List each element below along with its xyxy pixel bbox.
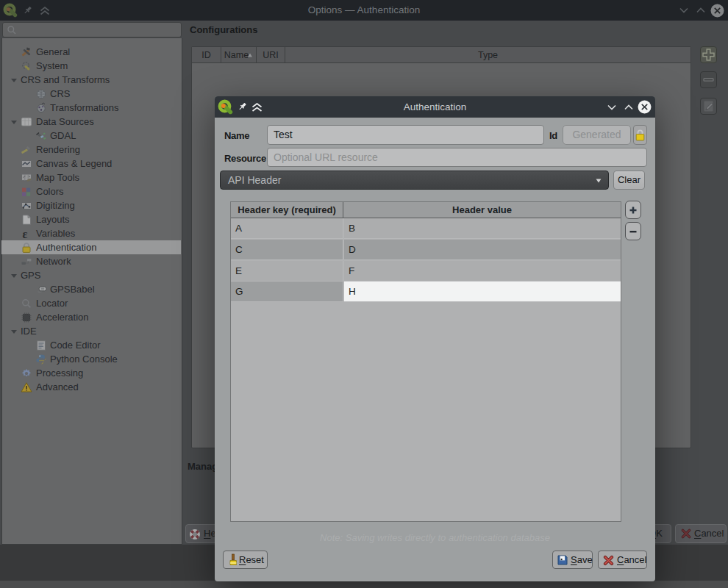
svg-text:ε: ε [23,228,28,240]
